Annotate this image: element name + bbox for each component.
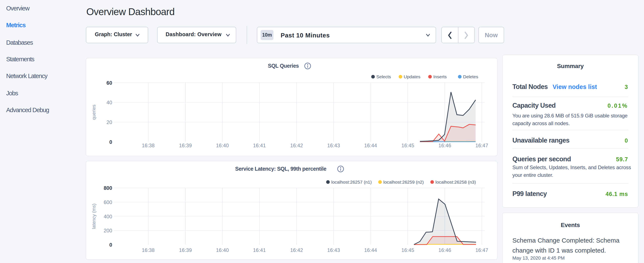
svg-text:0: 0 — [109, 139, 112, 145]
svg-text:400: 400 — [104, 214, 112, 219]
svg-text:16:47: 16:47 — [476, 143, 488, 148]
svg-text:16:46: 16:46 — [438, 143, 451, 148]
svg-text:800: 800 — [104, 185, 112, 191]
svg-text:16:46: 16:46 — [438, 247, 451, 253]
svg-text:16:43: 16:43 — [327, 247, 340, 253]
svg-text:200: 200 — [104, 228, 112, 233]
svg-text:60: 60 — [106, 80, 112, 86]
svg-text:16:41: 16:41 — [253, 143, 266, 148]
svg-text:16:43: 16:43 — [327, 143, 340, 148]
svg-text:16:40: 16:40 — [216, 247, 229, 253]
svg-text:600: 600 — [104, 199, 112, 205]
svg-text:16:44: 16:44 — [364, 143, 377, 148]
svg-text:16:38: 16:38 — [142, 143, 154, 148]
svg-text:40: 40 — [106, 100, 112, 105]
svg-text:16:42: 16:42 — [290, 247, 303, 253]
svg-text:latency (ms): latency (ms) — [91, 204, 96, 229]
svg-text:16:42: 16:42 — [290, 143, 303, 148]
svg-text:queries: queries — [91, 105, 96, 120]
svg-text:16:38: 16:38 — [142, 247, 154, 253]
svg-text:16:40: 16:40 — [216, 143, 229, 148]
svg-text:16:45: 16:45 — [402, 247, 414, 253]
svg-text:16:44: 16:44 — [364, 247, 377, 253]
svg-text:20: 20 — [106, 119, 112, 125]
svg-text:16:45: 16:45 — [402, 143, 414, 148]
svg-text:16:47: 16:47 — [476, 247, 488, 253]
svg-text:16:41: 16:41 — [253, 247, 266, 253]
svg-text:16:39: 16:39 — [179, 247, 192, 253]
svg-text:16:39: 16:39 — [179, 143, 192, 148]
svg-text:0: 0 — [109, 242, 112, 248]
